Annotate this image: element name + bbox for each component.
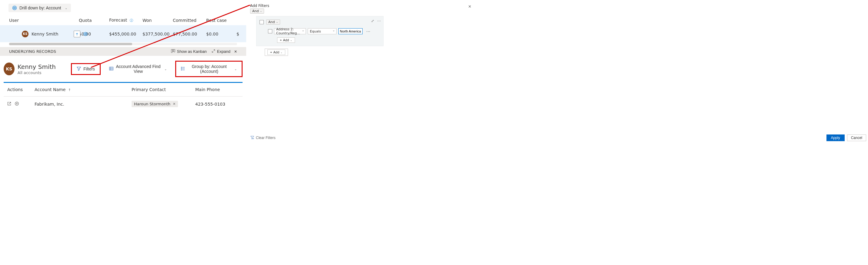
sort-asc-icon: ↑ [68, 88, 71, 92]
cell-account-name: Fabrikam, Inc. [31, 97, 128, 112]
collapse-icon[interactable]: ⤢ [371, 19, 374, 23]
filter-field-select[interactable]: Address 2: Country/Reg... [274, 28, 306, 34]
avatar-large: KS [4, 62, 14, 75]
condition-checkbox[interactable] [268, 29, 272, 33]
row-more-icon[interactable]: ⋯ [366, 29, 371, 34]
chevron-down-icon: ⌄ [280, 51, 283, 54]
avatar: KS [22, 31, 29, 37]
underlying-records-label: UNDERLYING RECORDS [9, 49, 56, 54]
filter-operator-select[interactable]: Equals [308, 28, 337, 34]
apply-button[interactable]: Apply [827, 134, 845, 141]
share-icon[interactable] [74, 31, 80, 37]
more-icon[interactable]: ⋯ [377, 19, 381, 23]
filters-button[interactable]: Filters [72, 65, 99, 74]
col-quota[interactable]: Quota [79, 18, 109, 23]
funnel-icon [77, 67, 81, 72]
chevron-down-icon: ⌄ [164, 68, 167, 71]
target-row-icon[interactable] [82, 31, 89, 37]
clear-funnel-icon [250, 136, 254, 140]
add-record-icon[interactable] [15, 102, 19, 107]
col-won[interactable]: Won [143, 18, 173, 23]
add-filters-title: Add Filters [250, 4, 471, 8]
svg-rect-8 [110, 67, 113, 70]
col-primary-contact[interactable]: Primary Contact [128, 83, 192, 97]
chevron-down-icon: ⌄ [235, 68, 237, 71]
col-user[interactable]: User [9, 18, 79, 23]
remove-chip-icon[interactable]: ✕ [173, 102, 176, 106]
grid-row[interactable]: KS Kenny Smith $0.00 $455,000.00 $377,50… [0, 25, 246, 42]
grid-icon [109, 67, 114, 72]
drill-down-label: Drill down by: Account [20, 5, 61, 10]
list-icon [181, 67, 185, 72]
grid-header: User Quota Forecast ⓘ Won Committed Best… [0, 15, 246, 25]
svg-point-2 [14, 7, 15, 8]
filter-condition-row: Address 2: Country/Reg... Equals ⋯ [268, 28, 380, 34]
add-group-button[interactable]: + Add ⌄ [268, 50, 285, 55]
record-subtitle: All accounts [18, 71, 56, 75]
add-condition-button[interactable]: + Add ⌄ [277, 37, 295, 43]
filter-group: And ⌄ ⤢ ⋯ Address 2: Country/Reg... Equa… [256, 16, 383, 46]
svg-point-10 [181, 68, 182, 69]
expand-icon [212, 49, 215, 54]
group-logic-selector[interactable]: And ⌄ [266, 20, 280, 25]
chevron-down-icon: ⌄ [290, 39, 292, 42]
svg-rect-5 [171, 50, 172, 53]
view-selector-button[interactable]: Account Advanced Find View ⌄ [105, 62, 171, 76]
info-icon[interactable]: ⓘ [130, 19, 133, 23]
cell-won: $377,500.00 [143, 32, 173, 36]
filter-value-input[interactable] [338, 28, 363, 34]
col-bestcase[interactable]: Best case [206, 18, 237, 23]
chevron-down-icon: ⌄ [276, 21, 278, 23]
cell-bestcase: $0.00 [206, 32, 237, 36]
svg-point-9 [181, 67, 182, 68]
svg-point-3 [84, 32, 87, 35]
cell-phone: 423-555-0103 [192, 97, 243, 112]
svg-point-11 [181, 70, 182, 70]
col-forecast[interactable]: Forecast ⓘ [109, 18, 143, 23]
records-table: Actions Account Name ↑ Primary Contact M… [4, 83, 243, 111]
kanban-icon [171, 49, 175, 54]
col-committed[interactable]: Committed [173, 18, 206, 23]
group-checkbox[interactable] [259, 20, 264, 24]
user-name: Kenny Smith [32, 32, 58, 36]
chevron-down-icon: ⌄ [65, 6, 67, 10]
svg-point-4 [85, 33, 86, 35]
horizontal-scrollbar[interactable] [9, 43, 237, 45]
record-title: Kenny Smith [18, 63, 56, 71]
plus-icon: + [270, 50, 272, 54]
svg-rect-7 [174, 50, 175, 52]
show-as-kanban-button[interactable]: Show as Kanban [171, 49, 207, 54]
col-main-phone[interactable]: Main Phone [192, 83, 243, 97]
plus-icon: + [280, 38, 282, 42]
close-filter-panel-icon[interactable]: ✕ [468, 4, 471, 9]
target-icon [12, 5, 17, 10]
chevron-down-icon: ⌄ [260, 10, 262, 12]
col-actions[interactable]: Actions [4, 83, 31, 97]
close-icon[interactable]: ✕ [234, 50, 237, 54]
table-row[interactable]: Fabrikam, Inc. Haroun Stormonth ✕ 423-55… [4, 97, 243, 112]
cell-forecast: $455,000.00 [109, 32, 143, 36]
scrollbar-thumb[interactable] [9, 43, 132, 45]
drill-down-button[interactable]: Drill down by: Account ⌄ [8, 4, 71, 12]
cancel-button[interactable]: Cancel [847, 134, 866, 141]
open-record-icon[interactable] [7, 102, 11, 107]
clear-filters-button[interactable]: Clear Filters [250, 136, 276, 140]
col-account-name[interactable]: Account Name ↑ [31, 83, 128, 97]
cell-committed: $77,500.00 [173, 32, 206, 36]
logic-and-selector[interactable]: And ⌄ [250, 8, 264, 14]
svg-rect-6 [173, 50, 174, 52]
contact-chip[interactable]: Haroun Stormonth ✕ [131, 101, 178, 107]
expand-button[interactable]: Expand [212, 49, 230, 54]
group-by-button[interactable]: Group by: Account (Account) ⌄ [177, 62, 241, 76]
